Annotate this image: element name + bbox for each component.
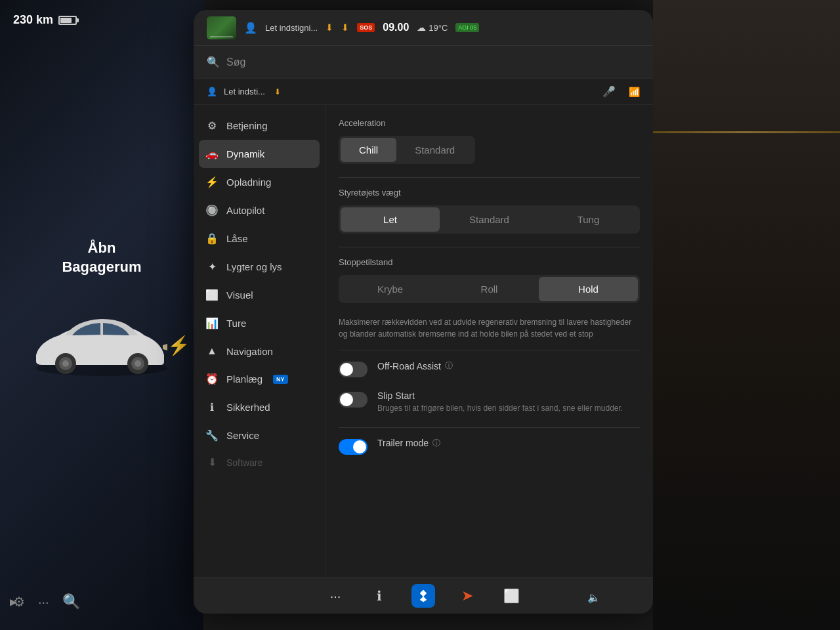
right-interior: [653, 0, 840, 630]
mic-icon[interactable]: 🎤: [602, 85, 616, 98]
navigation-label: Navigation: [226, 346, 273, 357]
acceleration-options: Chill Standard: [339, 136, 475, 164]
sidebar-item-planlaeg[interactable]: ⏰ Planlæg NY: [194, 365, 325, 393]
slip-start-toggle[interactable]: [339, 392, 368, 408]
off-road-labels: Off-Road Assist ⓘ: [377, 360, 640, 371]
opladning-icon: ⚡: [205, 176, 219, 188]
search-bottom-icon[interactable]: 🔍: [62, 593, 80, 610]
sikkerhed-icon: ℹ: [205, 401, 219, 413]
apps-taskbar-item[interactable]: ⬜: [497, 582, 525, 610]
sidebar-item-betjening[interactable]: ⚙ Betjening: [194, 112, 325, 140]
dynamik-label: Dynamik: [226, 148, 264, 159]
stop-mode-section: Stoppetilstand Krybe Roll Hold Maksimere…: [339, 257, 640, 340]
tablet-screen: 👤 Let indstigni... ⬇ ⬇ SOS 09.00 ☁ 19°C …: [194, 10, 653, 614]
roll-button[interactable]: Roll: [440, 277, 539, 301]
standard-accel-button[interactable]: Standard: [396, 138, 473, 162]
bottom-controls: ⚙ ··· 🔍: [13, 593, 80, 610]
bluetooth-taskbar-item[interactable]: [410, 582, 437, 610]
laase-label: Låse: [226, 233, 248, 244]
range-display: 230 km: [13, 13, 77, 27]
sidebar-item-autopilot[interactable]: 🔘 Autopilot: [194, 196, 325, 224]
sidebar-item-visuel[interactable]: ⬜ Visuel: [194, 281, 325, 309]
trailer-mode-labels: Trailer mode ⓘ: [377, 438, 640, 449]
settings-panel: Acceleration Chill Standard Styretøjets …: [325, 105, 653, 578]
map-thumbnail: [207, 16, 236, 39]
software-label: Software: [226, 457, 262, 468]
sikkerhed-label: Sikkerhed: [226, 402, 270, 413]
taskbar: ··· ℹ ➤ ⬜ 🔈: [194, 578, 653, 614]
lygter-label: Lygter og lys: [226, 261, 282, 272]
sidebar-item-laase[interactable]: 🔒 Låse: [194, 224, 325, 253]
steering-section: Styretøjets vægt Let Standard Tung: [339, 188, 640, 234]
chill-button[interactable]: Chill: [341, 138, 396, 162]
ture-label: Ture: [226, 318, 246, 329]
acceleration-section: Acceleration Chill Standard: [339, 118, 640, 164]
off-road-knob: [340, 363, 353, 376]
steering-options: Let Standard Tung: [339, 205, 640, 234]
info-taskbar-item[interactable]: ℹ: [366, 582, 393, 610]
off-road-row: Off-Road Assist ⓘ: [339, 360, 640, 377]
stop-mode-label: Stoppetilstand: [339, 257, 640, 267]
sidebar-item-navigation[interactable]: ▲ Navigation: [194, 337, 325, 365]
svg-point-6: [135, 360, 141, 367]
sidebar-item-lygter[interactable]: ✦ Lygter og lys: [194, 253, 325, 281]
krybe-button[interactable]: Krybe: [341, 277, 440, 301]
slip-start-row: Slip Start Bruges til at frigøre bilen, …: [339, 390, 640, 414]
betjening-label: Betjening: [226, 120, 268, 131]
sidebar-item-opladning[interactable]: ⚡ Opladning: [194, 168, 325, 196]
sidebar-item-software[interactable]: ⬇ Software: [194, 450, 325, 475]
opladning-label: Opladning: [226, 177, 271, 188]
volume-icon[interactable]: 🔈: [587, 591, 600, 604]
autopilot-label: Autopilot: [226, 205, 264, 216]
service-icon: 🔧: [205, 429, 219, 442]
sidebar-item-ture[interactable]: 📊 Ture: [194, 309, 325, 337]
nav-taskbar-item[interactable]: ➤: [453, 582, 481, 610]
secondary-bar: 👤 Let indsti... ⬇ 🎤 📶: [194, 79, 653, 105]
open-trunk-label[interactable]: Åbn Bagagerum: [62, 239, 141, 276]
off-road-toggle[interactable]: [339, 362, 368, 377]
slip-start-title: Slip Start: [377, 390, 640, 401]
off-road-title: Off-Road Assist ⓘ: [377, 360, 640, 371]
trailer-mode-row: Trailer mode ⓘ: [339, 438, 640, 455]
temperature: 19°C: [429, 23, 448, 33]
search-bar[interactable]: 🔍 Søg: [194, 46, 653, 79]
ture-icon: 📊: [205, 317, 219, 329]
status-driver: Let indstigni...: [265, 23, 318, 33]
sidebar-item-sikkerhed[interactable]: ℹ Sikkerhed: [194, 393, 325, 421]
car-panel: 230 km Åbn Bagagerum: [0, 0, 203, 630]
planlaeg-icon: ⏰: [205, 373, 219, 385]
more-icon[interactable]: ···: [38, 595, 49, 610]
download-icon: ⬇: [326, 22, 333, 33]
hold-button[interactable]: Hold: [539, 277, 638, 301]
sos-badge: SOS: [357, 23, 375, 32]
off-road-info-icon[interactable]: ⓘ: [445, 360, 453, 371]
sidebar: ⚙ Betjening 🚗 Dynamik ⚡ Opladning 🔘 Auto…: [194, 105, 325, 578]
visuel-label: Visuel: [226, 289, 253, 301]
slip-start-knob: [340, 393, 353, 406]
signal-icon: 📶: [629, 87, 640, 97]
person-icon-2: 👤: [207, 87, 217, 96]
play-button[interactable]: ▶: [10, 597, 17, 607]
standard-steering-button[interactable]: Standard: [440, 207, 539, 232]
autopilot-icon: 🔘: [205, 204, 219, 217]
acceleration-label: Acceleration: [339, 118, 640, 128]
trailer-mode-title: Trailer mode ⓘ: [377, 438, 640, 449]
slip-start-desc: Bruges til at frigøre bilen, hvis den si…: [377, 403, 640, 414]
stop-mode-description: Maksimerer rækkevidden ved at udvide reg…: [339, 316, 640, 340]
trailer-info-icon[interactable]: ⓘ: [432, 438, 440, 449]
service-label: Service: [226, 430, 259, 441]
car-illustration: ⚡: [23, 299, 180, 391]
info-taskbar-icon: ℹ: [377, 588, 382, 604]
apps-taskbar-icon: ⬜: [503, 588, 520, 604]
planlaeg-label: Planlæg: [226, 373, 262, 385]
more-taskbar-item[interactable]: ···: [322, 582, 349, 610]
tung-button[interactable]: Tung: [539, 207, 638, 232]
sidebar-item-service[interactable]: 🔧 Service: [194, 421, 325, 450]
trailer-mode-toggle[interactable]: [339, 439, 368, 455]
dynamik-icon: 🚗: [205, 148, 219, 160]
sidebar-item-dynamik[interactable]: 🚗 Dynamik: [199, 140, 320, 168]
nav-taskbar-icon: ➤: [461, 587, 473, 604]
steering-label: Styretøjets vægt: [339, 188, 640, 198]
let-button[interactable]: Let: [341, 207, 440, 232]
divider-4: [339, 427, 640, 428]
